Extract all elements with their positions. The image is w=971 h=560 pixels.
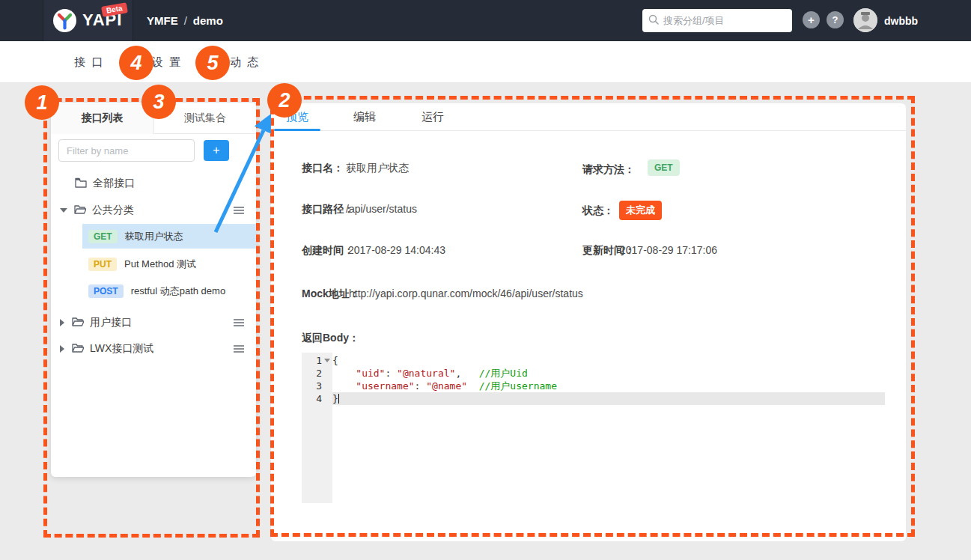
search-icon [648,14,659,28]
method-get-badge: GET [648,159,680,176]
caret-down-icon[interactable] [60,208,67,213]
tree-item-label: 全部接口 [93,177,135,190]
fold-caret-icon[interactable] [324,359,330,362]
field-method-label: 请求方法： [582,163,635,177]
field-name-label: 接口名： [302,162,344,175]
api-item-get-user-status[interactable]: GET 获取用户状态 [82,224,256,249]
folder-open-icon [72,317,84,329]
field-created-label: 创建时间： [302,244,354,258]
interface-detail-panel: 预览 编辑 运行 接口名： 获取用户状态 请求方法： GET 接口路径： /ap… [271,103,906,541]
plus-icon: + [808,13,815,26]
tab-test-collection[interactable]: 测试集合 [153,103,256,134]
breadcrumb: YMFE / demo [147,0,223,41]
method-badge-put: PUT [88,258,117,271]
api-item-title: Put Method 测试 [124,258,196,271]
folder-icon [75,177,87,190]
search-input[interactable] [663,15,783,26]
caret-right-icon[interactable] [60,345,64,353]
api-item-put-method-test[interactable]: PUT Put Method 测试 [82,252,256,276]
add-project-button[interactable]: + [803,11,820,28]
field-body-label: 返回Body： [302,332,359,345]
field-path-value: /api/user/status [346,203,417,215]
help-button[interactable]: ? [827,11,844,28]
tab-interface-list[interactable]: 接口列表 [51,103,153,134]
global-search [642,9,792,32]
beta-badge: Beta [101,2,128,17]
add-interface-button[interactable]: + [204,140,229,161]
field-created-value: 2017-08-29 14:04:43 [348,244,445,256]
tree-item-public-group[interactable]: 公共分类 [51,199,256,222]
breadcrumb-separator: / [184,14,187,27]
tree-item-label: 公共分类 [92,204,134,217]
tree-item-label: 用户接口 [90,316,132,329]
field-updated-value: 2017-08-29 17:17:06 [620,244,717,256]
category-menu-icon[interactable] [234,344,244,356]
method-badge-post: POST [88,284,124,298]
code-line-3: "username": "@name" //用户username [332,380,885,392]
tree-item-user-group[interactable]: 用户接口 [51,311,256,334]
field-name-value: 获取用户状态 [346,162,409,175]
field-status-label: 状态： [582,204,614,218]
line-number: 4 [307,392,322,405]
code-line-1: { [332,354,885,367]
logo[interactable]: YAPI Beta [43,0,133,41]
tab-interface[interactable]: 接 口 [74,41,104,83]
tab-preview[interactable]: 预览 [274,103,320,131]
tab-run[interactable]: 运行 [410,103,456,131]
api-item-title: 获取用户状态 [125,230,183,243]
tab-settings[interactable]: 设 置 [152,41,182,83]
project-subnav: 接 口 设 置 动 态 [0,41,971,83]
avatar[interactable] [853,8,877,32]
tab-activity[interactable]: 动 态 [230,41,260,83]
api-item-restful-path-demo[interactable]: POST restful 动态path demo [82,279,256,303]
yapi-app: YAPI Beta YMFE / demo + ? [0,0,971,560]
question-icon: ? [832,14,838,25]
response-body-editor[interactable]: 1 2 3 4 { "uid": "@natural", //用户Uid "us… [302,353,885,507]
filter-row: + [58,139,249,162]
user-avatar-icon [853,8,877,32]
username[interactable]: dwbbb [884,0,918,41]
api-item-title: restful 动态path demo [131,284,225,298]
code-line-2: "uid": "@natural", //用户Uid [332,367,885,380]
sidebar-tabs: 接口列表 测试集合 [51,103,256,134]
caret-right-icon[interactable] [60,319,64,326]
tree-item-label: LWX接口测试 [90,342,153,356]
code-line-4: } [332,392,885,405]
status-badge: 未完成 [619,201,662,220]
tree-item-lwx-group[interactable]: LWX接口测试 [51,338,256,360]
category-menu-icon[interactable] [234,317,244,329]
filter-input[interactable] [58,139,195,162]
breadcrumb-project[interactable]: demo [193,14,223,27]
editor-gutter: 1 2 3 4 [302,353,332,503]
folder-open-icon [74,204,86,217]
folder-open-icon [72,343,84,356]
interface-list-panel: 接口列表 测试集合 + 全部接口 公共分类 [51,103,256,477]
active-tab-underline [274,129,320,131]
field-mock-value: http://yapi.corp.qunar.com/mock/46/api/u… [349,287,583,299]
detail-tabbar: 预览 编辑 运行 [271,103,906,131]
top-navbar: YAPI Beta YMFE / demo + ? [0,0,971,41]
tab-edit[interactable]: 编辑 [341,103,388,131]
line-number: 3 [307,380,322,392]
breadcrumb-group[interactable]: YMFE [147,14,178,27]
tree-item-all-interfaces[interactable]: 全部接口 [51,172,256,195]
line-number: 1 [307,354,322,367]
category-menu-icon[interactable] [234,205,244,217]
interface-tree: 全部接口 公共分类 GET 获取用户状态 PUT Put M [51,171,256,360]
line-number: 2 [307,367,322,380]
method-badge-get: GET [88,230,118,243]
yapi-logo-icon [53,9,76,32]
text-cursor [338,394,339,404]
